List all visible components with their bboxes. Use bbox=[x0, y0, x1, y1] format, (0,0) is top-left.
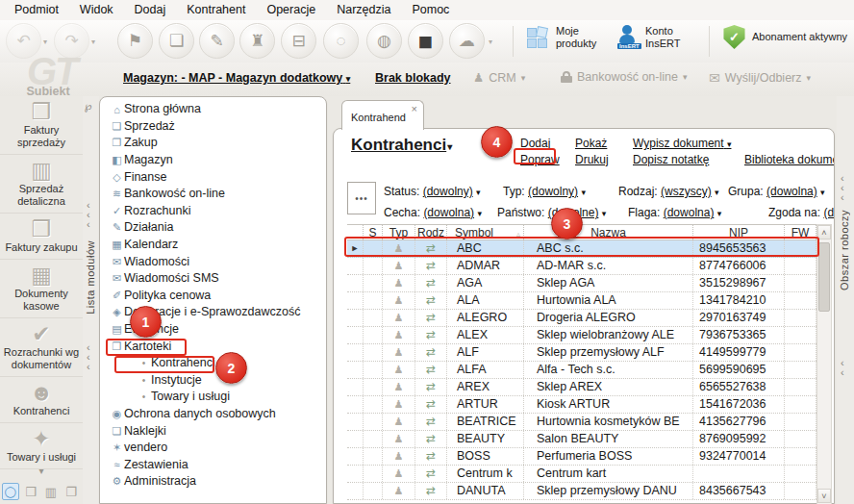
menu-item[interactable]: Widok bbox=[69, 0, 124, 20]
print-button[interactable]: ⊟ bbox=[281, 23, 316, 59]
sidebar-module-item[interactable]: ▥ Sprzedaż detaliczna bbox=[0, 155, 83, 214]
sidebar-module-item[interactable]: ▦ Dokumenty kasowe bbox=[0, 260, 83, 318]
register-icon[interactable]: ▥ bbox=[42, 483, 60, 500]
chevron-down-icon[interactable]: ▾ bbox=[581, 188, 586, 197]
wyslij-odbierz-button[interactable]: ✉ Wyślij/Odbierz ▾ bbox=[709, 70, 811, 86]
chevron-down-icon[interactable]: ▾ bbox=[715, 188, 719, 197]
tree-item[interactable]: ✎ Działania bbox=[100, 219, 326, 237]
table-row[interactable]: ♟ ⇄ BEATRICE Hurtownia kosmetyków BE 413… bbox=[347, 414, 816, 431]
table-row[interactable]: ♟ ⇄ ALFA Alfa - Tech s.c. 5699590695 bbox=[347, 362, 816, 379]
blokada-link[interactable]: Brak blokady bbox=[375, 71, 451, 85]
bankowosc-button[interactable]: Bankowość on-line ▾ bbox=[561, 70, 687, 84]
tree-item[interactable]: ✓ Rozrachunki bbox=[100, 203, 326, 220]
tree-item[interactable]: ◉ Ochrona danych osobowych bbox=[100, 406, 326, 423]
scrollbar-thumb[interactable] bbox=[818, 242, 830, 312]
konto-insert-button[interactable]: InsERT KontoInsERT bbox=[615, 25, 680, 50]
chevron-down-icon[interactable]: ▾ bbox=[820, 188, 825, 197]
tree-item[interactable]: ◧ Magazyn bbox=[100, 152, 326, 169]
refresh-button[interactable]: ◌ bbox=[323, 23, 359, 59]
new-document-button[interactable]: ❏ bbox=[159, 23, 194, 59]
cell-s bbox=[364, 431, 383, 447]
table-row[interactable]: ♟ ⇄ BEAUTY Salon BEAUTY 8769095992 bbox=[347, 431, 816, 448]
tree-item[interactable]: • Instytucje bbox=[100, 372, 326, 390]
drukuj-link[interactable]: Drukuj bbox=[575, 153, 609, 166]
tree-item[interactable]: ⚙ Administracja bbox=[100, 473, 326, 491]
close-icon[interactable]: × bbox=[412, 103, 417, 114]
chevron-down-icon[interactable]: ▾ bbox=[717, 209, 722, 218]
cube-button[interactable]: ◼ bbox=[408, 23, 443, 59]
tree-item[interactable]: ≋ Bankowość on-line bbox=[100, 186, 326, 203]
menu-item[interactable]: Dodaj bbox=[124, 0, 177, 20]
table-row[interactable]: ♟ ⇄ ALEX Sklep wielobranżowy ALE 7936753… bbox=[347, 327, 816, 344]
scroll-up-button[interactable]: ˄ bbox=[817, 225, 831, 239]
table-scrollbar[interactable]: ˄ ˅ bbox=[816, 224, 832, 504]
back-dropdown-icon[interactable]: ▾ bbox=[43, 38, 47, 46]
sidebar-module-item[interactable]: ✔ Rozrachunki wg dokumentów bbox=[0, 318, 83, 377]
globe-button[interactable]: ◍ bbox=[366, 23, 402, 59]
tree-item[interactable]: ◇ Finanse bbox=[100, 168, 326, 186]
box-icon[interactable]: ❐ bbox=[63, 483, 80, 500]
sidebar-module-item[interactable]: ☻ Kontrahenci bbox=[0, 377, 83, 423]
tree-item[interactable]: ≈ Zestawienia bbox=[100, 456, 326, 473]
tab-kontrahenci[interactable]: Kontrahend × bbox=[341, 100, 424, 130]
coins-icon[interactable]: ❒ bbox=[22, 483, 39, 500]
sidebar-module-item[interactable]: ✦ Towary i usługi bbox=[0, 423, 83, 469]
filter-typ: Typ: (dowolny) ▾ bbox=[503, 185, 586, 198]
sidebar-more-chevron[interactable]: ▾ bbox=[0, 466, 83, 476]
menu-item[interactable]: Operacje bbox=[256, 0, 326, 20]
table-row[interactable]: ♟ ⇄ ALF Sklep przemysłowy ALF 4149599779 bbox=[347, 344, 816, 362]
pokaz-link[interactable]: Pokaż bbox=[575, 137, 607, 150]
table-row[interactable]: ♟ ⇄ AGA Sklep AGA 3515298967 bbox=[347, 275, 816, 292]
chevron-down-icon[interactable]: ▾ bbox=[476, 188, 481, 197]
sidebar-module-item[interactable]: ❒ Faktury sprzedaży bbox=[0, 96, 83, 155]
tree-item[interactable]: ❏ Naklejki bbox=[100, 422, 326, 440]
table-row[interactable]: ♟ ⇄ ARTUR Kiosk ARTUR 1541672036 bbox=[347, 396, 816, 414]
tree-item[interactable]: ✶ vendero bbox=[100, 440, 326, 457]
cell-s bbox=[364, 466, 383, 482]
biblioteka-dokumentow-link[interactable]: Biblioteka dokument bbox=[744, 153, 834, 166]
table-row[interactable]: ♟ ⇄ Centrum k Centrum kart bbox=[347, 466, 816, 483]
tree-item[interactable]: ✉ Wiadomości SMS bbox=[100, 270, 326, 288]
wypisz-dokument-link[interactable]: Wypisz dokument ▾ bbox=[633, 137, 731, 150]
filter-options-button[interactable]: ••• bbox=[347, 182, 376, 214]
module-icon: ▥ bbox=[1, 158, 82, 183]
chevron-down-icon: ▾ bbox=[727, 139, 732, 149]
circle-view-icon[interactable]: ◯ bbox=[2, 483, 19, 500]
pin-icon[interactable]: ℘ bbox=[85, 100, 92, 113]
tree-item[interactable]: ❐ Zakup bbox=[100, 135, 326, 152]
edit-document-button[interactable]: ✎ bbox=[199, 23, 235, 59]
tree-item[interactable]: ✉ Wiadomości bbox=[100, 253, 326, 270]
menu-item[interactable]: Podmiot bbox=[4, 0, 69, 20]
dopisz-notatke-link[interactable]: Dopisz notatkę bbox=[633, 153, 709, 166]
table-row[interactable]: ♟ ⇄ ALEGRO Drogeria ALEGRO 2970163749 bbox=[347, 310, 816, 327]
stamp-button[interactable]: ♜ bbox=[239, 23, 275, 59]
menu-item[interactable]: Kontrahent bbox=[176, 0, 256, 20]
sidebar-module-item[interactable]: ❐ Faktury zakupu bbox=[0, 214, 83, 260]
lista-modulow-strip[interactable]: ℘ ‹‹‹ Lista modułów ‹‹‹ bbox=[83, 96, 99, 504]
table-row[interactable]: ♟ ⇄ AREX Sklep AREX 6565527638 bbox=[347, 379, 816, 396]
chevron-down-icon[interactable]: ▾ bbox=[477, 209, 482, 218]
crm-button[interactable]: ♟ CRM ▾ bbox=[473, 70, 525, 85]
table-row[interactable]: ♟ ⇄ ALA Hurtownia ALA 1341784210 bbox=[347, 292, 816, 310]
forward-dropdown-icon[interactable]: ▾ bbox=[91, 38, 95, 46]
menu-item[interactable]: Narzędzia bbox=[326, 0, 401, 20]
magazyn-selector[interactable]: Magazyn: - MAP - Magazyn dodatkowy ▾ bbox=[123, 71, 350, 85]
abonament-status[interactable]: ✓ Abonament aktywny bbox=[723, 25, 847, 49]
tree-item[interactable]: ❏ Sprzedaż bbox=[100, 118, 326, 136]
table-row[interactable]: ♟ ⇄ BOSS Perfumeria BOSS 9324770014 bbox=[347, 448, 816, 466]
cloud-dropdown-icon[interactable]: ▾ bbox=[489, 38, 492, 46]
moje-produkty-button[interactable]: Mojeprodukty bbox=[527, 25, 596, 50]
scroll-down-button[interactable]: ˅ bbox=[817, 489, 831, 503]
tree-item[interactable]: ✐ Polityka cenowa bbox=[100, 288, 326, 305]
chevron-down-icon[interactable]: ▾ bbox=[602, 209, 607, 218]
table-row[interactable]: ♟ ⇄ DANUTA Sklep przemysłowy DANU 843566… bbox=[347, 483, 816, 500]
tree-item[interactable]: ▦ Kalendarz bbox=[100, 237, 326, 254]
obszar-roboczy-strip[interactable]: ‹‹‹ Obszar roboczy ‹‹ bbox=[837, 96, 854, 504]
cloud-button[interactable]: ☁ bbox=[449, 23, 485, 59]
page-title[interactable]: Kontrahenci▾ bbox=[351, 136, 452, 155]
flag-button[interactable]: ⚑ bbox=[117, 23, 153, 59]
table-row[interactable]: ♟ ⇄ ADMAR AD-MAR s.c. 8774766006 bbox=[347, 258, 816, 275]
tree-item[interactable]: • Towary i usługi bbox=[100, 389, 326, 406]
menu-item[interactable]: Pomoc bbox=[401, 0, 460, 20]
tree-item[interactable]: ⌂ Strona główna bbox=[100, 101, 326, 118]
